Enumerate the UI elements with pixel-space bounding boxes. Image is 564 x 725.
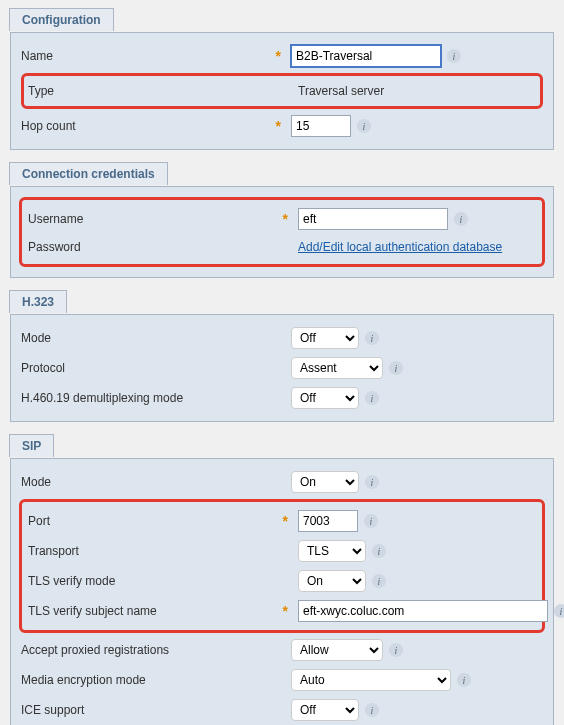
h323-demux-select[interactable]: Off: [291, 387, 359, 409]
credentials-section: Username * i Password Add/Edit local aut…: [10, 186, 554, 278]
info-icon[interactable]: i: [364, 514, 378, 528]
row-sip-port: Port * i: [28, 506, 536, 536]
label-sip-verify-mode: TLS verify mode: [28, 574, 115, 588]
row-sip-verify-subject: TLS verify subject name * i: [28, 596, 536, 626]
info-icon[interactable]: i: [389, 643, 403, 657]
label-sip-verify-subject: TLS verify subject name: [28, 604, 157, 618]
sip-section: Mode On i Port * i: [10, 458, 554, 725]
row-password: Password Add/Edit local authentication d…: [28, 234, 536, 260]
label-h323-protocol: Protocol: [21, 361, 65, 375]
password-link[interactable]: Add/Edit local authentication database: [298, 240, 502, 254]
label-name: Name: [21, 49, 53, 63]
label-sip-mode: Mode: [21, 475, 51, 489]
info-icon[interactable]: i: [457, 673, 471, 687]
label-h323-mode: Mode: [21, 331, 51, 345]
required-icon: *: [276, 118, 281, 134]
label-sip-port: Port: [28, 514, 50, 528]
info-icon[interactable]: i: [454, 212, 468, 226]
sip-accept-proxied-select[interactable]: Allow: [291, 639, 383, 661]
type-value: Traversal server: [298, 84, 384, 98]
row-type: Type Traversal server: [28, 78, 536, 104]
label-username: Username: [28, 212, 83, 226]
info-icon[interactable]: i: [372, 574, 386, 588]
sip-ice-select[interactable]: Off: [291, 699, 359, 721]
info-icon[interactable]: i: [357, 119, 371, 133]
row-sip-ice: ICE support Off i: [21, 695, 543, 725]
row-h323-protocol: Protocol Assent i: [21, 353, 543, 383]
h323-mode-select[interactable]: Off: [291, 327, 359, 349]
label-sip-media-enc: Media encryption mode: [21, 673, 146, 687]
required-icon: *: [283, 211, 288, 227]
row-username: Username * i: [28, 204, 536, 234]
sip-verify-subject-input[interactable]: [298, 600, 548, 622]
section-title-h323: H.323: [9, 290, 67, 313]
required-icon: *: [283, 603, 288, 619]
row-sip-mode: Mode On i: [21, 467, 543, 497]
row-sip-transport: Transport TLS i: [28, 536, 536, 566]
sip-mode-select[interactable]: On: [291, 471, 359, 493]
label-hopcount: Hop count: [21, 119, 76, 133]
section-title-credentials: Connection credentials: [9, 162, 168, 185]
label-sip-ice: ICE support: [21, 703, 84, 717]
info-icon[interactable]: i: [365, 475, 379, 489]
highlight-credentials: Username * i Password Add/Edit local aut…: [19, 197, 545, 267]
required-icon: *: [283, 513, 288, 529]
section-title-sip: SIP: [9, 434, 54, 457]
row-h323-demux: H.460.19 demultiplexing mode Off i: [21, 383, 543, 413]
row-sip-verify-mode: TLS verify mode On i: [28, 566, 536, 596]
info-icon[interactable]: i: [554, 604, 564, 618]
info-icon[interactable]: i: [365, 703, 379, 717]
label-sip-transport: Transport: [28, 544, 79, 558]
label-password: Password: [28, 240, 81, 254]
username-input[interactable]: [298, 208, 448, 230]
sip-port-input[interactable]: [298, 510, 358, 532]
h323-protocol-select[interactable]: Assent: [291, 357, 383, 379]
row-hopcount: Hop count * i: [21, 111, 543, 141]
info-icon[interactable]: i: [365, 331, 379, 345]
label-h323-demux: H.460.19 demultiplexing mode: [21, 391, 183, 405]
info-icon[interactable]: i: [372, 544, 386, 558]
required-icon: *: [276, 48, 281, 64]
row-h323-mode: Mode Off i: [21, 323, 543, 353]
highlight-sip: Port * i Transport TLS: [19, 499, 545, 633]
sip-verify-mode-select[interactable]: On: [298, 570, 366, 592]
name-input[interactable]: [291, 45, 441, 67]
info-icon[interactable]: i: [447, 49, 461, 63]
highlight-type: Type Traversal server: [21, 73, 543, 109]
hopcount-input[interactable]: [291, 115, 351, 137]
label-sip-accept-proxied: Accept proxied registrations: [21, 643, 169, 657]
info-icon[interactable]: i: [365, 391, 379, 405]
sip-media-enc-select[interactable]: Auto: [291, 669, 451, 691]
label-type: Type: [28, 84, 54, 98]
row-sip-accept-proxied: Accept proxied registrations Allow i: [21, 635, 543, 665]
row-sip-media-enc: Media encryption mode Auto i: [21, 665, 543, 695]
info-icon[interactable]: i: [389, 361, 403, 375]
section-title-configuration: Configuration: [9, 8, 114, 31]
h323-section: Mode Off i Protocol Assent i: [10, 314, 554, 422]
configuration-section: Name * i Type Traversal server: [10, 32, 554, 150]
row-name: Name * i: [21, 41, 543, 71]
sip-transport-select[interactable]: TLS: [298, 540, 366, 562]
